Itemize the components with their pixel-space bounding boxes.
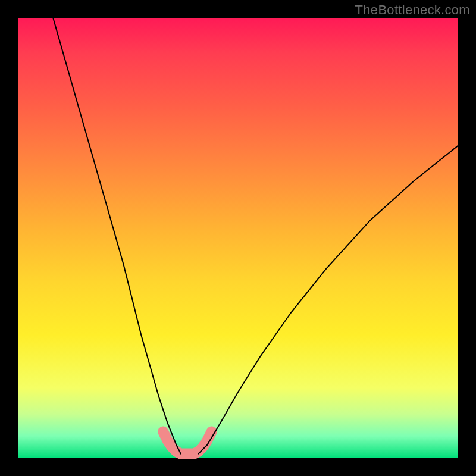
watermark-text: TheBottleneck.com: [355, 2, 470, 18]
chart-overlay: [18, 18, 458, 458]
left-curve: [53, 18, 181, 454]
bottom-band: [163, 432, 211, 454]
chart-frame: TheBottleneck.com: [0, 0, 476, 476]
right-curve: [198, 146, 458, 454]
